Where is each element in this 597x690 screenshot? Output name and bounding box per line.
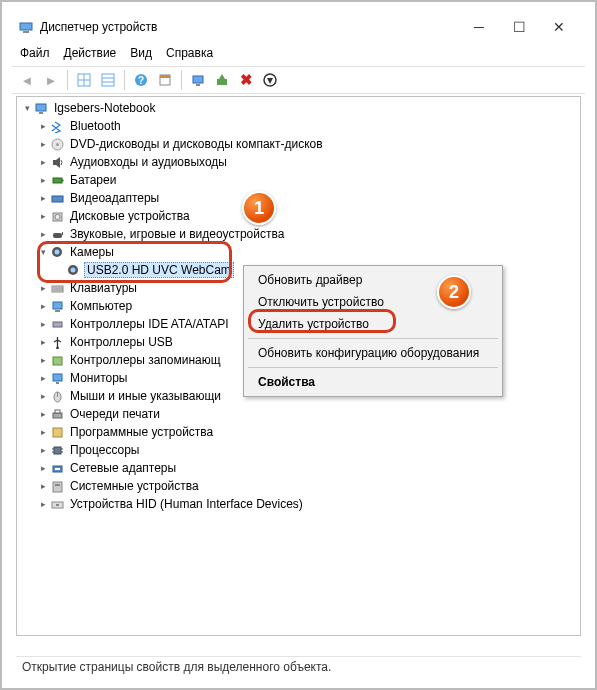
device-icon [49,370,65,386]
chevron-right-icon[interactable]: ▸ [37,409,49,419]
tree-root[interactable]: ▾ Igsebers-Notebook [17,99,580,117]
tree-node-label: Bluetooth [68,119,123,133]
menu-file[interactable]: Файл [20,46,50,60]
toolbar-help-icon[interactable]: ? [130,69,152,91]
tree-node[interactable]: ▸Процессоры [17,441,580,459]
chevron-right-icon[interactable]: ▸ [37,301,49,311]
tree-node[interactable]: ▸Устройства HID (Human Interface Devices… [17,495,580,513]
chevron-right-icon[interactable]: ▸ [37,337,49,347]
chevron-right-icon[interactable]: ▸ [37,211,49,221]
ctx-separator [248,367,498,368]
chevron-right-icon[interactable]: ▸ [37,121,49,131]
svg-rect-0 [20,23,32,30]
device-tree-panel: ▾ Igsebers-Notebook ▸Bluetooth▸DVD-диско… [16,96,581,636]
svg-rect-14 [217,79,227,85]
tree-node-label: Видеоадаптеры [68,191,161,205]
toolbar-update-icon[interactable] [211,69,233,91]
ctx-properties[interactable]: Свойства [244,371,502,393]
tree-node[interactable]: ▸Аудиовходы и аудиовыходы [17,153,580,171]
tree-node[interactable]: ▸Батареи [17,171,580,189]
chevron-right-icon[interactable]: ▸ [37,463,49,473]
chevron-right-icon[interactable]: ▸ [37,283,49,293]
tree-node-cameras[interactable]: ▾ Камеры [17,243,580,261]
app-icon [18,19,34,35]
svg-rect-12 [193,76,203,83]
computer-icon [33,100,49,116]
tree-root-label: Igsebers-Notebook [52,101,157,115]
ctx-delete-device[interactable]: Удалить устройство [244,313,502,335]
device-icon [49,424,65,440]
device-icon [49,352,65,368]
svg-rect-26 [52,196,63,202]
toolbar-disable-icon[interactable] [259,69,281,91]
tree-node-label: Дисковые устройства [68,209,192,223]
tree-node[interactable]: ▸Bluetooth [17,117,580,135]
device-icon [49,208,65,224]
svg-marker-15 [219,74,225,79]
context-menu: Обновить драйвер Отключить устройство Уд… [243,265,503,397]
tree-node-label: Устройства HID (Human Interface Devices) [68,497,305,511]
svg-rect-25 [62,179,64,181]
nav-back-button[interactable]: ◄ [16,69,38,91]
svg-rect-38 [53,302,62,309]
chevron-right-icon[interactable]: ▸ [37,445,49,455]
svg-rect-22 [53,160,56,165]
tree-node-label: Процессоры [68,443,142,457]
svg-rect-19 [39,112,43,114]
tree-node[interactable]: ▸Дисковые устройства [17,207,580,225]
svg-rect-42 [53,357,62,365]
toolbar-scan-icon[interactable] [187,69,209,91]
chevron-right-icon[interactable]: ▸ [37,355,49,365]
toolbar-grid-icon[interactable] [73,69,95,91]
chevron-right-icon[interactable]: ▸ [37,193,49,203]
chevron-right-icon[interactable]: ▸ [37,229,49,239]
chevron-down-icon[interactable]: ▾ [37,247,49,257]
tree-node-label: Программные устройства [68,425,215,439]
device-icon [49,442,65,458]
minimize-button[interactable]: ─ [459,13,499,41]
maximize-button[interactable]: ☐ [499,13,539,41]
tree-node[interactable]: ▸DVD-дисководы и дисководы компакт-диско… [17,135,580,153]
svg-rect-47 [53,413,62,418]
chevron-right-icon[interactable]: ▸ [37,499,49,509]
tree-node[interactable]: ▸Видеоадаптеры [17,189,580,207]
menu-help[interactable]: Справка [166,46,213,60]
svg-rect-1 [23,31,29,33]
ctx-update-driver[interactable]: Обновить драйвер [244,269,502,291]
chevron-right-icon[interactable]: ▸ [37,481,49,491]
menu-action[interactable]: Действие [64,46,117,60]
svg-rect-58 [55,484,60,486]
chevron-right-icon[interactable]: ▸ [37,319,49,329]
tree-node[interactable]: ▸Системные устройства [17,477,580,495]
chevron-right-icon[interactable]: ▸ [37,373,49,383]
toolbar-props-icon[interactable] [154,69,176,91]
svg-text:?: ? [138,75,144,86]
menu-view[interactable]: Вид [130,46,152,60]
nav-forward-button[interactable]: ► [40,69,62,91]
toolbar-list-icon[interactable] [97,69,119,91]
ctx-disable-device[interactable]: Отключить устройство [244,291,502,313]
chevron-right-icon[interactable]: ▸ [37,139,49,149]
tree-node-label: Контроллеры запоминающ [68,353,223,367]
tree-node[interactable]: ▸Сетевые адаптеры [17,459,580,477]
svg-marker-17 [267,78,273,84]
device-icon [49,334,65,350]
svg-point-21 [56,143,59,146]
chevron-down-icon[interactable]: ▾ [21,103,33,113]
tree-node-label: Камеры [68,245,116,259]
chevron-right-icon[interactable]: ▸ [37,391,49,401]
device-icon [49,388,65,404]
tree-leaf-label: USB2.0 HD UVC WebCam [84,262,234,278]
close-button[interactable]: ✕ [539,13,579,41]
tree-node[interactable]: ▸Программные устройства [17,423,580,441]
chevron-right-icon[interactable]: ▸ [37,427,49,437]
tree-node-label: DVD-дисководы и дисководы компакт-дисков [68,137,325,151]
toolbar-delete-icon[interactable]: ✖ [235,69,257,91]
ctx-refresh-config[interactable]: Обновить конфигурацию оборудования [244,342,502,364]
tree-node[interactable]: ▸Звуковые, игровые и видеоустройства [17,225,580,243]
tree-node[interactable]: ▸Очереди печати [17,405,580,423]
window-title: Диспетчер устройств [40,20,157,34]
chevron-right-icon[interactable]: ▸ [37,157,49,167]
chevron-right-icon[interactable]: ▸ [37,175,49,185]
device-manager-window: Диспетчер устройств ─ ☐ ✕ Файл Действие … [12,12,585,678]
